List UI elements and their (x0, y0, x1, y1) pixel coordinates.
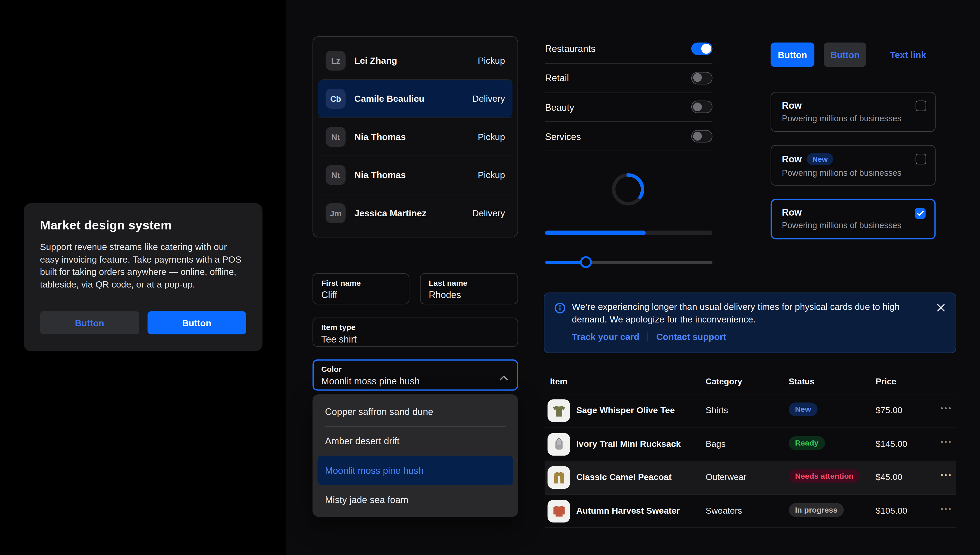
list-item[interactable]: Lz Lei Zhang Pickup (318, 42, 512, 79)
row-actions-icon[interactable]: ••• (941, 404, 953, 412)
last-name-field[interactable]: Last name Rhodes (420, 273, 518, 305)
toggle-knob (693, 103, 702, 111)
item-name: Autumn Harvest Sweater (576, 505, 680, 515)
promo-card-buttons: Button Button (40, 311, 246, 334)
toggle-label: Services (545, 131, 581, 141)
person-name: Jessica Martinez (354, 208, 426, 218)
avatar: Cb (326, 89, 346, 109)
promo-primary-button[interactable]: Button (147, 311, 246, 334)
row-card-subtitle: Powering millions of businesses (782, 168, 924, 177)
row-card-subtitle: Powering millions of businesses (782, 114, 924, 123)
item-name: Ivory Trail Mini Rucksack (576, 438, 681, 448)
people-list: Lz Lei Zhang Pickup Cb Camile Beaulieu D… (313, 36, 518, 237)
status-badge: In progress (789, 503, 844, 517)
toggle-row: Restaurants (545, 34, 713, 64)
field-value: Cliff (321, 289, 401, 300)
row-actions-icon[interactable]: ••• (941, 438, 953, 445)
avatar: Nt (326, 165, 346, 185)
chevron-up-icon (499, 372, 508, 383)
person-name: Nia Thomas (354, 132, 406, 142)
toggle-label: Restaurants (545, 43, 596, 54)
person-name: Lei Zhang (354, 56, 397, 66)
item-type-field[interactable]: Item type Tee shirt (313, 318, 518, 347)
promo-secondary-button[interactable]: Button (40, 311, 139, 334)
banner-links: Track your card Contact support (572, 332, 726, 342)
item-thumbnail-peacoat (548, 466, 570, 489)
toggle-switch-off[interactable] (691, 101, 713, 114)
promo-card: Market design system Support revenue str… (24, 203, 262, 351)
status-badge: New (789, 403, 817, 416)
design-system-canvas: Market design system Support revenue str… (0, 0, 980, 555)
status-cell: Ready (789, 436, 825, 450)
table-header: Item Category Status Price (545, 372, 956, 395)
status-badge: Needs attention (789, 470, 860, 483)
toggle-knob (701, 44, 711, 54)
toggle-switch-on[interactable] (691, 42, 713, 55)
text-link[interactable]: Text link (890, 50, 926, 60)
progress-bar-fill (545, 231, 646, 235)
field-label: First name (321, 279, 401, 287)
primary-button[interactable]: Button (771, 42, 815, 67)
checkbox-checked[interactable] (915, 208, 925, 219)
toggle-group: Restaurants Retail Beauty Services (545, 34, 713, 151)
table-row-highlighted[interactable]: Classic Camel Peacoat Outerwear Needs at… (545, 461, 956, 495)
row-card-title: Row (782, 100, 924, 111)
row-actions-icon[interactable]: ••• (941, 505, 953, 512)
item-price: $75.00 (876, 405, 902, 415)
person-name: Camile Beaulieu (354, 94, 424, 104)
row-card-subtitle: Powering millions of businesses (782, 221, 924, 230)
track-card-link[interactable]: Track your card (572, 332, 639, 342)
row-card-title-text: Row (782, 154, 802, 164)
toggle-switch-off[interactable] (691, 72, 713, 84)
row-card[interactable]: Row Powering millions of businesses (771, 92, 936, 132)
item-category: Outerwear (706, 472, 747, 482)
secondary-button[interactable]: Button (824, 42, 866, 67)
field-label: Item type (321, 323, 509, 332)
dropdown-option-selected[interactable]: Moonlit moss pine hush (318, 456, 513, 485)
field-label: Last name (429, 279, 509, 287)
toggle-row: Beauty (545, 93, 713, 122)
item-thumbnail-sweater (548, 500, 570, 522)
close-icon[interactable] (937, 303, 945, 314)
first-name-field[interactable]: First name Cliff (313, 273, 410, 305)
info-circle-icon (554, 302, 566, 316)
checkbox-unchecked[interactable] (916, 101, 926, 111)
contact-support-link[interactable]: Contact support (656, 332, 726, 342)
list-item[interactable]: Jm Jessica Martinez Delivery (318, 194, 512, 232)
person-method: Delivery (472, 94, 505, 104)
dropdown-option[interactable]: Copper saffron sand dune (313, 397, 518, 426)
person-method: Delivery (472, 208, 505, 218)
color-select-field[interactable]: Color Moonlit moss pine hush (313, 359, 518, 391)
status-cell: New (789, 403, 817, 416)
slider-handle[interactable] (580, 256, 592, 268)
list-item[interactable]: Nt Nia Thomas Pickup (318, 156, 512, 194)
row-card-selected[interactable]: Row Powering millions of businesses (771, 199, 936, 239)
list-item-selected[interactable]: Cb Camile Beaulieu Delivery (318, 79, 512, 117)
table-row[interactable]: Autumn Harvest Sweater Sweaters In progr… (545, 495, 956, 528)
item-category: Bags (706, 438, 726, 448)
avatar: Jm (326, 203, 346, 223)
dropdown-option[interactable]: Amber desert drift (313, 426, 518, 456)
table-row[interactable]: Ivory Trail Mini Rucksack Bags Ready $14… (545, 428, 956, 461)
column-header-status: Status (789, 377, 815, 386)
person-method: Pickup (478, 56, 505, 66)
person-method: Pickup (478, 170, 505, 180)
checkbox-unchecked[interactable] (916, 154, 926, 164)
row-card-title: Row (782, 207, 924, 217)
item-name: Classic Camel Peacoat (576, 472, 672, 482)
links-divider (647, 332, 648, 341)
row-card[interactable]: Row New Powering millions of businesses (771, 145, 936, 186)
left-panel: Market design system Support revenue str… (0, 0, 286, 555)
item-price: $145.00 (876, 438, 907, 448)
item-thumbnail-tee (548, 399, 570, 422)
field-value: Moonlit moss pine hush (321, 375, 509, 386)
person-method: Pickup (478, 132, 505, 142)
item-price: $45.00 (876, 472, 902, 482)
dropdown-option[interactable]: Misty jade sea foam (313, 485, 518, 514)
row-actions-icon[interactable]: ••• (941, 471, 953, 479)
toggle-switch-off[interactable] (691, 130, 713, 143)
row-card-title: Row New (782, 153, 924, 165)
list-item[interactable]: Nt Nia Thomas Pickup (318, 117, 512, 156)
avatar: Nt (326, 127, 346, 147)
table-row[interactable]: Sage Whisper Olive Tee Shirts New $75.00… (545, 395, 956, 428)
